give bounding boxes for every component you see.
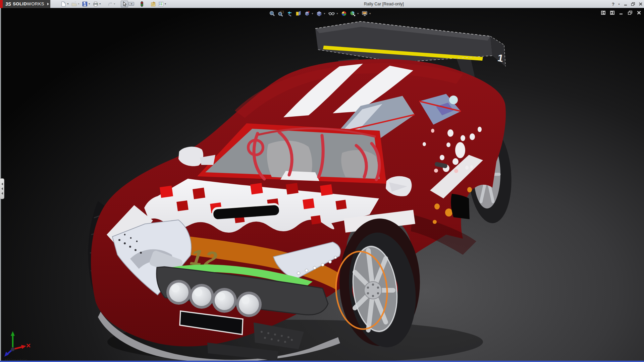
options-dropdown[interactable]: ▼ (164, 3, 167, 5)
save-dropdown[interactable]: ▼ (88, 3, 91, 5)
select-cursor-icon (122, 1, 127, 7)
note-hand-icon (151, 1, 156, 7)
standard-toolbar: ▼ ▼ ▼ (60, 1, 168, 7)
open-folder-icon (71, 1, 77, 7)
feature-tree-collapse-handle[interactable] (0, 178, 4, 199)
solidworks-window: 3S SOLIDWORKS ▼ ▼ (0, 0, 644, 362)
triad-x-axis (21, 345, 26, 349)
statusbar-edge (0, 361, 644, 362)
help-dropdown[interactable]: ▼ (618, 3, 620, 5)
side-scoop (451, 194, 470, 219)
graphics-viewport[interactable]: ▼ ▼ ▼ (0, 8, 644, 362)
restore-button[interactable] (631, 2, 635, 6)
brand-name-works: WORKS (27, 1, 44, 6)
close-button[interactable] (639, 2, 643, 6)
restore-icon (631, 2, 635, 6)
window-title: Rally Car [Read-only] (364, 0, 404, 8)
printer-icon (93, 1, 98, 7)
file-properties-button[interactable] (150, 1, 157, 7)
collapse-arrow-icon (1, 192, 3, 195)
minimize-icon (624, 2, 628, 6)
close-icon (639, 2, 643, 6)
minimize-button[interactable] (624, 2, 628, 6)
triad-y-axis (11, 331, 15, 336)
brand-name: SOLIDWORKS (13, 1, 44, 6)
print-dropdown[interactable]: ▼ (99, 3, 101, 5)
select-tool-dropdown[interactable]: ▼ (128, 2, 134, 6)
undo-arrow-icon (107, 1, 113, 7)
save-floppy-icon (82, 1, 88, 7)
reference-triad (0, 329, 37, 359)
options-button[interactable]: ▼ (157, 1, 168, 7)
window-controls: ? ▼ (612, 0, 643, 8)
new-document-dropdown[interactable]: ▼ (67, 3, 69, 5)
options-checklist-icon (158, 1, 164, 7)
car-model-canvas[interactable]: 1 (0, 8, 644, 362)
select-tool-button[interactable] (121, 1, 128, 7)
save-button[interactable]: ▼ (81, 1, 92, 7)
open-document-button[interactable]: ▼ (70, 1, 81, 7)
new-document-button[interactable]: ▼ (60, 1, 70, 7)
brand-red-bar (0, 0, 3, 8)
menu-expand-arrow[interactable] (46, 0, 50, 8)
brand-name-solid: SOLID (13, 1, 27, 6)
traffic-light-icon (139, 1, 145, 7)
titlebar: 3S SOLIDWORKS ▼ ▼ (0, 0, 644, 8)
new-document-icon (61, 1, 66, 7)
undo-button[interactable]: ▼ (106, 1, 117, 7)
print-button[interactable]: ▼ (92, 1, 102, 7)
expand-arrow-icon (47, 3, 49, 5)
select-dropdown-arrow-icon: ▼ (130, 3, 133, 5)
collapse-arrow-icon (1, 187, 3, 190)
collapse-arrow-icon (1, 183, 3, 185)
undo-dropdown[interactable]: ▼ (113, 3, 116, 5)
open-document-dropdown[interactable]: ▼ (77, 3, 80, 5)
help-button[interactable]: ? (612, 2, 614, 7)
solidworks-menu[interactable]: 3S SOLIDWORKS (0, 0, 46, 8)
rear-wing: 1 (315, 21, 505, 66)
rebuild-button[interactable] (138, 1, 146, 7)
dassault-3s-logo-icon: 3S (5, 1, 11, 7)
